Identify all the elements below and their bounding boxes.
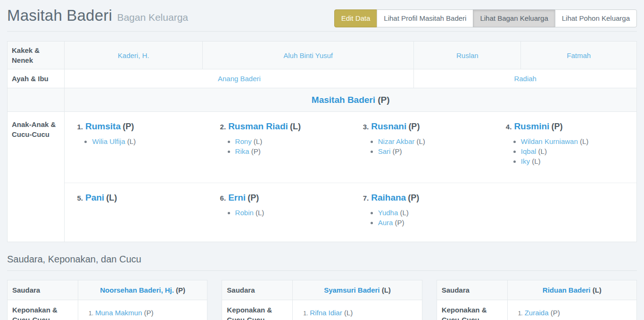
siblings-section-heading: Saudara, Keponakan, dan Cucu [7, 254, 637, 265]
sibling-header-row: Saudara Syamsuri Baderi (L) [222, 280, 421, 300]
child-number: 5. [77, 194, 83, 202]
grandparents-label: Kakek & Nenek [8, 42, 65, 69]
view-family-tree-button[interactable]: Lihat Pohon Keluarga [555, 9, 637, 27]
grandchild-link[interactable]: Nizar Akbar [378, 137, 415, 145]
child-gender-badge: (L) [106, 193, 117, 202]
nephew-item: 1.Muna Makmun (P) Nafies Luthfi (L) [82, 305, 203, 320]
siblings-section-divider [7, 270, 637, 271]
grandfather-paternal-link[interactable]: Kaderi, H. [118, 51, 149, 59]
nephew-gender-badge: (P) [144, 309, 153, 317]
view-button-group: Edit Data Lihat Profil Masitah Baderi Li… [334, 9, 637, 27]
nephew-number: 1. [518, 310, 523, 317]
edit-data-button[interactable]: Edit Data [334, 9, 378, 27]
grandchild-item: Robin (L) [235, 208, 346, 218]
child-item: 7.Raihana (P) Yudha (L) Aura (P) [351, 183, 494, 242]
grandchild-item: Yudha (L) [378, 208, 489, 218]
grandchild-gender-badge: (P) [393, 147, 402, 155]
view-profile-button[interactable]: Lihat Profil Masitah Baderi [377, 9, 473, 27]
grandchild-gender-badge: (L) [580, 137, 588, 145]
grandchild-gender-badge: (L) [532, 157, 540, 165]
nephew-gender-badge: (P) [551, 309, 560, 317]
self-person-link[interactable]: Masitah Baderi [312, 95, 375, 105]
nephews-label: Keponakan & Cucu-Cucu [437, 300, 508, 320]
grandparents-row: Kakek & Nenek Kaderi, H. Aluh Binti Yusu… [8, 42, 637, 69]
nephew-child-item: Andika Nugraha Rahman (L) [518, 317, 633, 320]
nephew-link[interactable]: Rifna Idiar [310, 309, 342, 317]
grandfather-maternal-link[interactable]: Ruslan [456, 51, 479, 59]
grandchild-link[interactable]: Robin [235, 209, 254, 217]
nephew-number: 1. [89, 310, 93, 317]
nephews-row: Keponakan & Cucu-Cucu 1.Rifna Idiar (L) … [222, 300, 421, 320]
mother-link[interactable]: Radiah [514, 75, 537, 83]
children-grid-row-2: 5.Pani (L) 6.Erni (P) Robin (L) 7.Raihan… [65, 183, 636, 242]
child-link[interactable]: Rusman Riadi [228, 121, 288, 131]
grandchild-link[interactable]: Aura [378, 219, 393, 227]
grandchild-gender-badge: (L) [254, 137, 262, 145]
sibling-cards-row: Saudara Noorsehan Baderi, Hj. (P) Kepona… [7, 280, 637, 320]
sibling-link[interactable]: Noorsehan Baderi, Hj. [100, 286, 174, 294]
sibling-card: Saudara Noorsehan Baderi, Hj. (P) Kepona… [7, 280, 207, 320]
child-link[interactable]: Rumsita [85, 121, 121, 131]
grandchild-item: Aura (P) [378, 218, 489, 227]
grandmother-paternal-link[interactable]: Aluh Binti Yusuf [283, 51, 333, 59]
grandchild-link[interactable]: Wilia Ulfija [92, 137, 125, 145]
grandchild-gender-badge: (L) [416, 137, 425, 145]
page-title: Masitah Baderi [7, 7, 112, 25]
nephews-label: Keponakan & Cucu-Cucu [8, 300, 78, 320]
grandchild-item: Sari (P) [378, 146, 489, 156]
child-link[interactable]: Pani [85, 193, 104, 202]
nephew-gender-badge: (L) [344, 309, 353, 317]
grandchild-link[interactable]: Iqbal [521, 147, 537, 155]
grandchild-gender-badge: (P) [395, 219, 405, 227]
sibling-link[interactable]: Syamsuri Baderi [324, 286, 380, 294]
sibling-card: Saudara Syamsuri Baderi (L) Keponakan & … [222, 280, 422, 320]
child-item: 3.Rusnani (P) Nizar Akbar (L) Sari (P) [351, 112, 494, 183]
child-number: 4. [506, 123, 512, 131]
sibling-header-row: Saudara Riduan Baderi (L) [437, 280, 636, 300]
sibling-card: Saudara Riduan Baderi (L) Keponakan & Cu… [437, 280, 637, 320]
nephew-child-item: Sari Mardiah (P) [303, 317, 418, 320]
child-item: 2.Rusman Riadi (L) Rony (L) Rika (P) [208, 112, 351, 183]
nephew-item: 1.Zuraida (P) Andika Nugraha Rahman (L) [512, 305, 633, 320]
sibling-link[interactable]: Riduan Baderi [543, 286, 591, 294]
grandchild-link[interactable]: Yudha [378, 209, 398, 217]
grandchild-item: Rony (L) [235, 136, 346, 146]
nephew-link[interactable]: Muna Makmun [95, 309, 142, 317]
grandchild-gender-badge: (L) [538, 147, 547, 155]
grandchild-link[interactable]: Rika [235, 147, 249, 155]
grandchild-gender-badge: (P) [251, 147, 261, 155]
child-gender-badge: (P) [123, 122, 134, 131]
grandchild-link[interactable]: Iky [521, 157, 530, 165]
sibling-label: Saudara [8, 280, 78, 300]
child-number: 1. [77, 123, 83, 131]
nephew-link[interactable]: Zuraida [525, 309, 549, 317]
nephew-item: 1.Rifna Idiar (L) Sari Mardiah (P) [297, 305, 418, 320]
child-link[interactable]: Raihana [371, 193, 406, 202]
nephews-label: Keponakan & Cucu-Cucu [222, 300, 293, 320]
nephews-row: Keponakan & Cucu-Cucu 1.Zuraida (P) Andi… [437, 300, 636, 320]
grandchild-item: Wildan Kurniawan (L) [521, 136, 632, 146]
child-gender-badge: (L) [290, 122, 301, 131]
grandchild-item: Wilia Ulfija (L) [92, 136, 203, 146]
father-link[interactable]: Anang Baderi [218, 75, 261, 83]
grandchild-link[interactable]: Sari [378, 147, 391, 155]
self-gender-badge: (P) [378, 95, 389, 105]
nephews-row: Keponakan & Cucu-Cucu 1.Muna Makmun (P) … [8, 300, 207, 320]
child-link[interactable]: Rusmini [514, 121, 549, 131]
grandchild-item: Rika (P) [235, 146, 346, 156]
self-row: Masitah Baderi (P) [8, 88, 637, 112]
sibling-gender-badge: (L) [382, 286, 391, 294]
parents-row: Ayah & Ibu Anang Baderi Radiah [8, 69, 637, 88]
child-link[interactable]: Rusnani [371, 121, 406, 131]
child-number: 2. [220, 123, 226, 131]
children-grid-empty-cell [494, 183, 636, 242]
grandmother-maternal-link[interactable]: Fatmah [567, 51, 591, 59]
grandchild-gender-badge: (L) [400, 209, 408, 217]
children-label: Anak-Anak & Cucu-Cucu [8, 112, 65, 242]
self-row-empty-cell [8, 88, 65, 112]
page-header: Masitah Baderi Bagan Keluarga Edit Data … [7, 0, 637, 32]
child-link[interactable]: Erni [228, 193, 246, 202]
grandchild-link[interactable]: Wildan Kurniawan [521, 137, 578, 145]
grandchild-link[interactable]: Rony [235, 137, 252, 145]
view-family-chart-button[interactable]: Lihat Bagan Keluarga [473, 9, 555, 27]
